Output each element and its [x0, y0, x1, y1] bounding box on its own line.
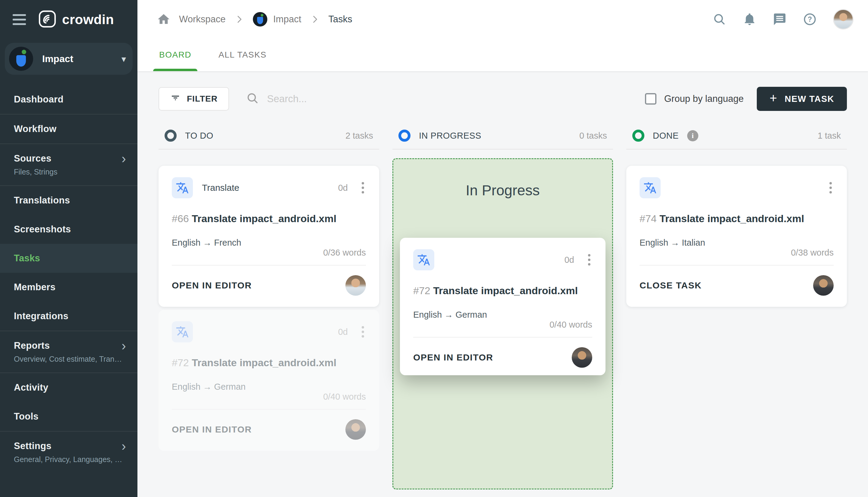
task-title: #74 Translate impact_android.xml	[640, 213, 834, 225]
task-title: #72 Translate impact_android.xml	[172, 357, 366, 369]
project-avatar	[253, 12, 267, 27]
chevron-right-icon: ›	[122, 439, 126, 453]
breadcrumb-workspace[interactable]: Workspace	[179, 14, 226, 25]
filter-button[interactable]: FILTER	[158, 87, 229, 111]
sidebar-item-members[interactable]: Members	[0, 273, 138, 302]
plus-icon: +	[769, 92, 777, 104]
kebab-menu-icon[interactable]	[360, 180, 366, 195]
search-box	[246, 91, 645, 106]
crowdin-logo-icon	[38, 10, 57, 30]
menu-icon[interactable]	[13, 12, 26, 27]
language-pair: English → Italian	[640, 238, 834, 248]
dropzone-label: In Progress	[393, 182, 612, 199]
assignee-avatar	[345, 419, 366, 440]
search-icon	[246, 91, 259, 106]
tabs: BOARD ALL TASKS	[138, 39, 868, 71]
sidebar-item-activity[interactable]: Activity	[0, 373, 138, 402]
language-pair: English → German	[172, 382, 366, 392]
task-card-66[interactable]: Translate 0d #66 Translate impact_androi…	[158, 166, 379, 307]
task-count: 2 tasks	[345, 131, 373, 141]
column-done-header: DONE i 1 task	[626, 130, 847, 150]
group-by-language-label: Group by language	[664, 94, 744, 104]
task-card-72-dragging[interactable]: 0d #72 Translate impact_android.xml Engl…	[400, 238, 606, 375]
new-task-button[interactable]: + NEW TASK	[757, 87, 847, 111]
sidebar-item-translations[interactable]: Translations	[0, 186, 138, 215]
home-icon[interactable]	[157, 12, 171, 26]
sidebar-item-reports[interactable]: Reports › Overview, Cost estimate, Trans…	[0, 331, 138, 372]
notifications-bell-icon[interactable]	[743, 12, 756, 26]
translate-icon	[172, 177, 193, 198]
chevron-right-icon: ›	[122, 152, 126, 165]
brand-name: crowdin	[62, 12, 114, 27]
messages-chat-icon[interactable]	[773, 12, 787, 26]
sidebar-item-tasks[interactable]: Tasks	[0, 244, 138, 273]
task-title: #66 Translate impact_android.xml	[172, 213, 366, 225]
task-title: #72 Translate impact_android.xml	[413, 285, 592, 297]
kebab-menu-icon[interactable]	[828, 180, 834, 195]
active-tab-indicator	[153, 69, 197, 71]
sidebar-item-tools[interactable]: Tools	[0, 402, 138, 431]
translate-icon	[413, 249, 434, 270]
due-badge: 0d	[338, 183, 348, 193]
assignee-avatar	[572, 347, 592, 368]
column-done: DONE i 1 task	[626, 130, 847, 307]
filter-icon	[170, 93, 181, 105]
chevron-right-icon	[234, 14, 244, 25]
task-count: 0 tasks	[579, 131, 607, 141]
kebab-menu-icon[interactable]	[586, 252, 592, 267]
crowdin-logo[interactable]: crowdin	[38, 10, 114, 30]
chevron-down-icon: ▾	[122, 54, 126, 64]
words-progress: 0/38 words	[640, 248, 834, 266]
breadcrumb: Workspace Impact Tasks	[157, 12, 352, 27]
sidebar-item-settings[interactable]: Settings › General, Privacy, Languages, …	[0, 431, 138, 473]
help-icon[interactable]: ?	[803, 12, 817, 26]
task-type-label: Translate	[202, 183, 239, 193]
tab-board[interactable]: BOARD	[157, 39, 194, 71]
translate-icon	[640, 177, 661, 198]
main-area: Workspace Impact Tasks	[138, 0, 868, 497]
search-icon[interactable]	[712, 12, 726, 26]
assignee-avatar	[345, 275, 366, 296]
search-input[interactable]	[267, 93, 478, 104]
board-page: FILTER Group by language + NEW TASK	[138, 71, 868, 497]
language-pair: English → French	[172, 238, 366, 248]
sidebar-item-workflow[interactable]: Workflow	[0, 115, 138, 143]
project-selector[interactable]: Impact ▾	[5, 43, 133, 75]
toolbar: FILTER Group by language + NEW TASK	[158, 87, 847, 111]
svg-text:?: ?	[808, 15, 812, 23]
crowdin-app: crowdin Impact ▾ Dashboard Workflow Sour…	[0, 0, 868, 497]
sidebar-item-dashboard[interactable]: Dashboard	[0, 85, 138, 114]
language-pair: English → German	[413, 310, 592, 320]
toolbar-right: Group by language + NEW TASK	[645, 87, 847, 111]
status-todo-icon	[165, 130, 176, 142]
group-by-language-checkbox[interactable]	[645, 93, 656, 104]
user-avatar[interactable]	[833, 9, 854, 30]
in-progress-dropzone[interactable]: In Progress 0d	[393, 158, 613, 489]
sidebar: crowdin Impact ▾ Dashboard Workflow Sour…	[0, 0, 138, 497]
open-in-editor-button[interactable]: OPEN IN EDITOR	[413, 352, 493, 363]
open-in-editor-button: OPEN IN EDITOR	[172, 424, 252, 435]
open-in-editor-button[interactable]: OPEN IN EDITOR	[172, 280, 252, 290]
words-progress: 0/40 words	[413, 320, 592, 338]
kebab-menu-icon	[360, 324, 366, 339]
sidebar-item-screenshots[interactable]: Screenshots	[0, 215, 138, 244]
sidebar-item-integrations[interactable]: Integrations	[0, 302, 138, 331]
close-task-button[interactable]: CLOSE TASK	[640, 280, 702, 290]
sidebar-nav: Dashboard Workflow Sources › Files, Stri…	[0, 85, 138, 497]
info-icon[interactable]: i	[687, 130, 698, 141]
words-progress: 0/36 words	[172, 248, 366, 266]
kanban-board: TO DO 2 tasks Translate 0d	[158, 130, 847, 489]
task-card-74[interactable]: #74 Translate impact_android.xml English…	[626, 166, 847, 307]
due-badge: 0d	[565, 255, 574, 265]
assignee-avatar	[813, 275, 834, 296]
project-name: Impact	[42, 53, 73, 65]
status-done-icon	[632, 130, 644, 142]
tab-all-tasks[interactable]: ALL TASKS	[216, 39, 269, 71]
task-count: 1 task	[818, 131, 841, 141]
topbar: Workspace Impact Tasks	[138, 0, 868, 39]
project-avatar	[9, 47, 33, 71]
chevron-right-icon	[310, 14, 320, 25]
breadcrumb-project[interactable]: Impact	[253, 12, 301, 27]
column-todo-body: Translate 0d #66 Translate impact_androi…	[158, 166, 379, 451]
sidebar-item-sources[interactable]: Sources › Files, Strings	[0, 144, 138, 185]
